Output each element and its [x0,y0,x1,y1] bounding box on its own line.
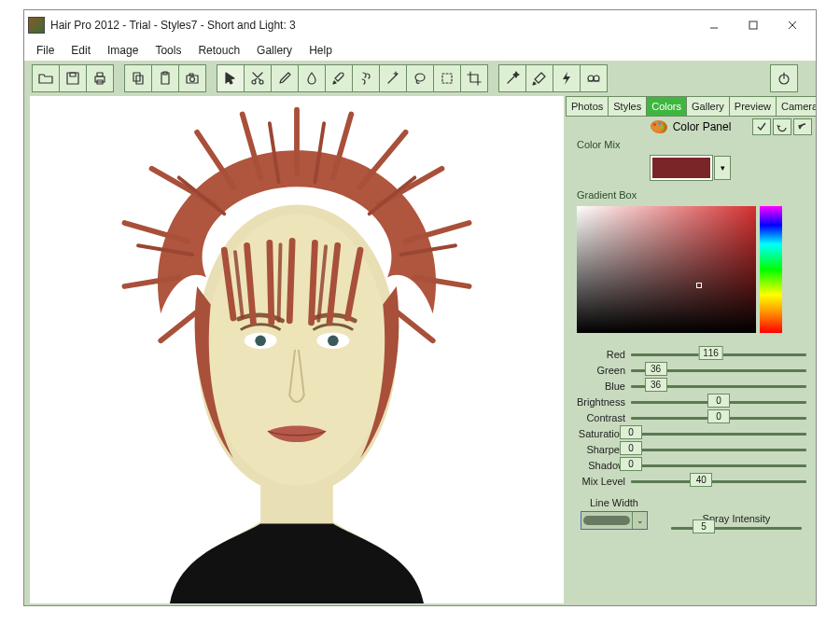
minimize-button[interactable] [694,12,734,38]
line-width-label: Line Width [590,497,638,508]
tab-gallery[interactable]: Gallery [686,96,730,117]
wand-tool[interactable] [379,64,407,92]
slider-green[interactable]: 36 [631,364,806,377]
content-area: Photos Styles Colors Gallery Preview Cam… [24,96,816,605]
menu-gallery[interactable]: Gallery [248,42,301,59]
slider-label: Contrast [569,412,631,423]
slider-sharpen[interactable]: 0 [631,443,806,456]
canvas[interactable] [30,96,564,603]
blur-tool[interactable] [298,64,326,92]
slider-row-red: Red 116 [569,348,806,361]
line-width-preview [583,516,630,525]
tab-styles[interactable]: Styles [608,96,647,117]
slider-row-green: Green 36 [569,364,806,377]
eyedropper-tool[interactable] [271,64,299,92]
print-button[interactable] [86,64,114,92]
svg-rect-7 [97,73,103,76]
app-window: Hair Pro 2012 - Trial - Styles7 - Short … [23,9,817,606]
menu-help[interactable]: Help [301,42,341,59]
slider-row-shadow: Shadow 0 [569,459,806,472]
tab-colors[interactable]: Colors [646,96,687,117]
title-bar: Hair Pro 2012 - Trial - Styles7 - Short … [24,10,816,40]
slider-value: 116 [698,346,723,360]
color-mix-row: ▾ [566,152,816,187]
panel-check-button[interactable] [752,118,771,135]
gradient-box [566,202,816,340]
menu-image[interactable]: Image [99,42,147,59]
slider-value: 36 [645,378,667,392]
tab-preview[interactable]: Preview [729,96,777,117]
slider-blue[interactable]: 36 [631,380,806,393]
lasso-tool[interactable] [406,64,434,92]
slider-saturation[interactable]: 0 [631,427,806,440]
bolt-tool[interactable] [553,64,581,92]
close-button[interactable] [773,12,812,38]
slider-label: Blue [569,381,631,392]
scissors-tool[interactable] [244,64,272,92]
slider-shadow[interactable]: 0 [631,459,806,472]
crop-tool[interactable] [460,64,488,92]
window-title: Hair Pro 2012 - Trial - Styles7 - Short … [50,19,694,32]
slider-value: 36 [645,362,667,376]
tape-tool[interactable] [580,64,608,92]
save-button[interactable] [59,64,87,92]
brush-tool[interactable] [325,64,353,92]
power-button[interactable] [770,64,798,92]
camera-button[interactable] [178,64,206,92]
slider-value: 0 [707,409,730,423]
panel-undo-button[interactable] [793,118,812,135]
pointer-tool[interactable] [217,64,245,92]
panel-refresh-button[interactable] [773,118,791,135]
panel-header: Color Panel [566,117,816,137]
slider-brightness[interactable]: 0 [631,395,806,409]
marquee-tool[interactable] [433,64,461,92]
copy-button[interactable] [124,64,152,92]
tab-photos[interactable]: Photos [566,96,609,117]
gradient-box-label: Gradient Box [566,187,816,202]
menu-file[interactable]: File [28,42,63,59]
slider-label: Red [569,349,631,360]
panel-title: Color Panel [673,120,732,133]
saturation-value-picker[interactable] [577,206,756,333]
slider-row-mix-level: Mix Level 40 [569,475,806,488]
slider-row-brightness: Brightness 0 [569,395,806,409]
color-dropdown-arrow[interactable]: ▾ [714,156,731,180]
preview-image [30,96,564,603]
svg-point-28 [255,335,266,346]
paint-tool[interactable] [525,64,553,92]
slider-label: Green [569,365,631,376]
spray-tool[interactable] [352,64,380,92]
slider-row-blue: Blue 36 [569,380,806,393]
paste-button[interactable] [151,64,179,92]
slider-mix-level[interactable]: 40 [631,475,806,488]
sliders-panel: Red 116 Green 36 Blue 36 Brightness 0 Co… [566,340,816,492]
menu-tools[interactable]: Tools [147,42,189,59]
menu-edit[interactable]: Edit [63,42,99,59]
slider-value: 40 [690,473,712,487]
svg-point-16 [252,80,256,84]
maximize-button[interactable] [734,12,773,38]
color-mix-label: Color Mix [566,137,816,152]
svg-point-14 [190,77,195,82]
spray-intensity-slider[interactable]: 5 [671,527,802,530]
magic-tool[interactable] [498,64,526,92]
slider-red[interactable]: 116 [631,348,806,361]
app-icon [28,17,45,34]
current-color-swatch[interactable] [651,156,712,180]
hue-slider[interactable] [760,206,782,333]
tab-camera[interactable]: Camera [776,96,816,117]
palette-icon [651,120,667,133]
open-button[interactable] [32,64,60,92]
slider-contrast[interactable]: 0 [631,411,806,424]
slider-label: Brightness [569,396,631,408]
spray-intensity-value: 5 [693,519,715,533]
svg-rect-19 [442,74,452,83]
side-panel: Photos Styles Colors Gallery Preview Cam… [566,96,816,605]
line-width-select[interactable]: ⌄ [581,511,648,530]
bottom-controls: Line Width ⌄ Spray Intensity 5 [566,492,816,533]
svg-point-30 [328,335,339,346]
sv-cursor [696,283,702,288]
menu-bar: File Edit Image Tools Retouch Gallery He… [24,40,816,61]
menu-retouch[interactable]: Retouch [189,42,248,59]
slider-value: 0 [620,441,642,455]
